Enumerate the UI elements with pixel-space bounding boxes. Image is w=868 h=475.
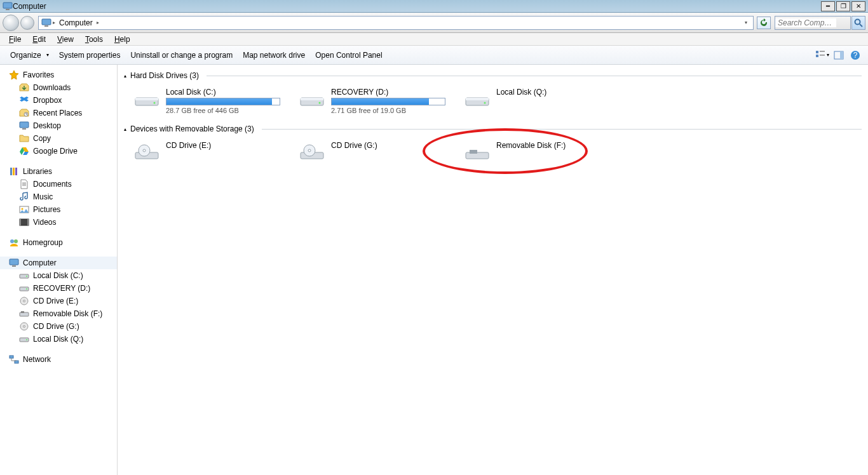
drive-name: CD Drive (G:) [331,141,445,150]
map-network-drive-button[interactable]: Map network drive [238,48,310,62]
drive-recovery-d[interactable]: RECOVERY (D:) 2.71 GB free of 19.0 GB [295,85,448,117]
search-input[interactable] [775,18,836,27]
group-header-hdd[interactable]: ▴ Hard Disk Drives (3) [124,71,862,80]
cd-icon [19,296,29,306]
menu-view[interactable]: ViewView [52,34,79,45]
sidebar-item-local-disk-q[interactable]: Local Disk (Q:) [0,333,117,345]
address-bar[interactable]: ▸ Computer ▸ ▾ [38,16,754,30]
svg-point-57 [308,149,311,152]
svg-rect-24 [27,219,29,225]
mapdrive-label: Map network drive [243,51,305,60]
organize-button[interactable]: Organize [5,48,54,62]
close-button[interactable]: ✕ [851,1,865,11]
system-properties-button[interactable]: System properties [54,48,126,62]
menu-help[interactable]: HelpHelp [109,34,135,45]
navigation-pane: Favorites Downloads Dropbox Recent Place… [0,65,118,475]
menu-file[interactable]: FFileile [4,34,26,45]
sidebar-item-local-disk-c[interactable]: Local Disk (C:) [0,269,117,282]
free-space-text: 28.7 GB free of 446 GB [166,107,280,114]
computer-icon [9,258,19,268]
minimize-button[interactable]: ━ [821,1,835,11]
drive-removable-f[interactable]: Removable Disk (F:) [461,138,613,166]
tree-label: Recent Places [33,109,82,117]
sidebar-item-pictures[interactable]: Pictures [0,203,117,216]
computer-header[interactable]: Computer [0,257,117,269]
homegroup-header[interactable]: Homegroup [0,236,117,249]
svg-rect-7 [820,51,825,52]
menu-edit[interactable]: EditEdit [27,34,51,45]
refresh-button[interactable] [757,17,771,29]
menu-bar: FFileile EditEdit ViewView ToolsTools He… [0,33,868,46]
svg-point-54 [143,149,146,152]
search-icon [853,18,864,28]
sidebar-item-google-drive[interactable]: Google Drive [0,145,117,157]
svg-rect-44 [135,98,158,100]
sidebar-item-dropbox[interactable]: Dropbox [0,94,117,107]
svg-rect-23 [20,219,21,225]
menu-tools[interactable]: ToolsTools [80,34,108,45]
drive-cd-g[interactable]: CD Drive (G:) [295,138,448,166]
search-box[interactable] [775,16,851,30]
group-rule [262,129,862,130]
svg-rect-19 [15,168,17,175]
drive-cd-e[interactable]: CD Drive (E:) [130,138,283,166]
svg-rect-41 [10,356,13,358]
address-dropdown[interactable]: ▾ [742,17,750,29]
svg-line-5 [860,24,862,27]
breadcrumb-chevron-icon[interactable]: ▸ [51,20,57,25]
svg-rect-0 [3,3,12,8]
help-icon: ? [850,50,860,60]
group-title: Hard Disk Drives (3) [130,71,199,80]
sidebar-item-cd-drive-g[interactable]: CD Drive (G:) [0,320,117,333]
pictures-icon [19,204,29,215]
collapse-icon: ▴ [124,126,126,132]
libraries-header[interactable]: Libraries [0,165,117,178]
tree-label: Google Drive [33,147,78,156]
sidebar-item-videos[interactable]: Videos [0,216,117,229]
star-icon [9,70,19,80]
help-button[interactable]: ? [848,48,863,62]
refresh-icon [759,18,769,28]
uninstall-program-button[interactable]: Uninstall or change a program [125,48,238,62]
drive-local-disk-c[interactable]: Local Disk (C:) 28.7 GB free of 446 GB [130,85,283,117]
svg-point-34 [24,300,25,302]
desktop-icon [19,121,29,131]
sidebar-item-desktop[interactable]: Desktop [0,119,117,132]
sidebar-item-documents[interactable]: Documents [0,178,117,191]
sidebar-item-downloads[interactable]: Downloads [0,81,117,94]
svg-point-21 [22,208,24,210]
favorites-header[interactable]: Favorites [0,69,117,81]
sidebar-item-music[interactable]: Music [0,191,117,203]
svg-rect-27 [10,259,18,265]
svg-rect-9 [820,55,825,56]
maximize-button[interactable]: ❐ [836,1,850,11]
forward-button[interactable] [20,16,34,30]
search-button[interactable] [851,16,865,30]
network-header[interactable]: Network [0,353,117,366]
network-icon [9,354,19,365]
tree-label: Desktop [33,121,61,130]
tree-label: Local Disk (Q:) [33,335,83,344]
removable-disk-icon [463,141,491,164]
breadcrumb-computer[interactable]: Computer ▸ [57,17,103,29]
back-button[interactable] [3,15,19,31]
sidebar-item-removable-f[interactable]: Removable Disk (F:) [0,307,117,320]
change-view-button[interactable]: ▾ [815,48,830,62]
open-control-panel-button[interactable]: Open Control Panel [310,48,387,62]
computer-icon [41,18,51,28]
sidebar-item-recent-places[interactable]: Recent Places [0,107,117,119]
sidebar-item-recovery-d[interactable]: RECOVERY (D:) [0,282,117,295]
libraries-label: Libraries [23,167,52,176]
drive-local-disk-q[interactable]: Local Disk (Q:) [461,85,613,117]
collapse-icon: ▴ [124,73,126,79]
sidebar-item-cd-drive-e[interactable]: CD Drive (E:) [0,295,117,307]
preview-pane-button[interactable] [831,48,846,62]
breadcrumb-chevron-icon[interactable]: ▸ [95,20,100,25]
capacity-fill [166,98,272,105]
svg-rect-28 [12,265,16,267]
sidebar-item-copy[interactable]: Copy [0,132,117,145]
network-label: Network [23,355,51,364]
group-rule [207,76,862,76]
group-header-removable[interactable]: ▴ Devices with Removable Storage (3) [124,124,862,133]
sysprop-label: System properties [59,51,121,60]
